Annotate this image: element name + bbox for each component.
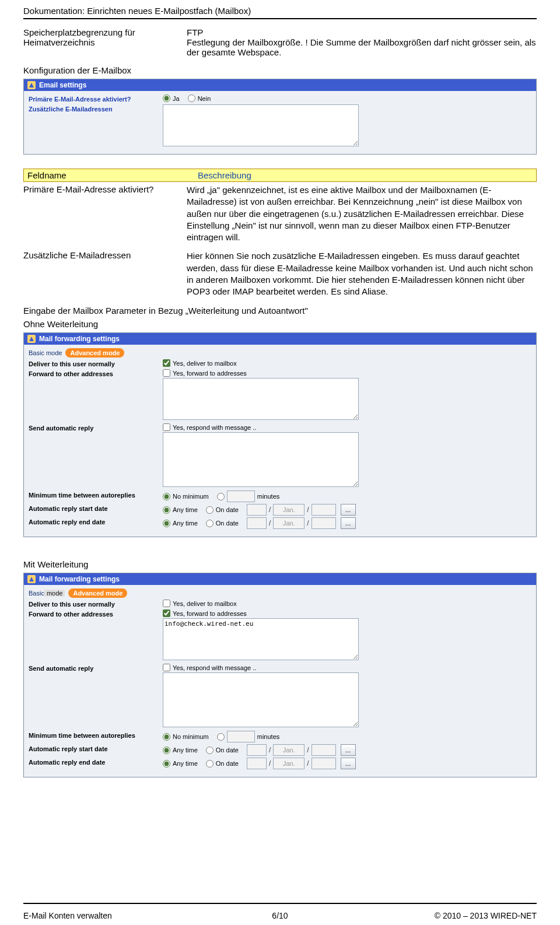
- definition-desc: FTP Festlegung der Mailboxgröße. ! Die S…: [187, 27, 537, 57]
- end-day-input-2[interactable]: [247, 758, 267, 769]
- advanced-mode-pill-2[interactable]: Advanced mode: [68, 588, 127, 598]
- end-year-input[interactable]: [312, 517, 336, 529]
- autoreply-checkbox-2[interactable]: [163, 664, 170, 671]
- mintime-value-input[interactable]: [227, 490, 255, 502]
- end-anytime-radio-2[interactable]: [163, 760, 170, 768]
- start-date-label-2: Automatic reply start date: [29, 744, 163, 752]
- advanced-mode-pill[interactable]: Advanced mode: [65, 348, 124, 358]
- additional-email-textarea[interactable]: [163, 104, 359, 146]
- mintime-nomin-2[interactable]: No minimum: [163, 733, 209, 741]
- mintime-value-input-2[interactable]: [227, 731, 255, 742]
- start-anytime-radio-2[interactable]: [163, 747, 170, 754]
- autoreply-textarea-2[interactable]: [163, 672, 359, 727]
- mintime-label-2: Minimum time between autoreplies: [29, 731, 163, 739]
- start-anytime-radio[interactable]: [163, 506, 170, 514]
- mintime-label: Minimum time between autoreplies: [29, 490, 163, 499]
- end-year-input-2[interactable]: [312, 758, 336, 769]
- section-ohne: Ohne Weiterleitung: [23, 319, 537, 329]
- forward-checkbox[interactable]: [163, 369, 170, 377]
- end-month-select[interactable]: Jan.: [273, 517, 304, 529]
- autoreply-checkbox-label-2: Yes, respond with message ..: [173, 664, 256, 671]
- forward-panel-ohne: Mail forwarding settings Basic mode Adva…: [23, 332, 537, 537]
- start-year-input[interactable]: [312, 504, 336, 516]
- date-sep: /: [307, 759, 309, 768]
- email-settings-title-bar: Email settings: [24, 79, 536, 91]
- start-day-input[interactable]: [247, 504, 267, 516]
- field-table-col2: Beschreibung: [194, 169, 536, 181]
- forward-panel-ohne-title-bar: Mail forwarding settings: [24, 333, 536, 345]
- start-date-picker-button[interactable]: ...: [341, 504, 356, 516]
- start-ondate-2[interactable]: On date: [206, 747, 239, 754]
- end-ondate-label-2: On date: [216, 760, 239, 767]
- desc-row-2-left: Zusätzliche E-Mailadressen: [23, 250, 187, 297]
- start-year-input-2[interactable]: [312, 744, 336, 756]
- end-anytime-2[interactable]: Any time: [163, 760, 198, 768]
- deliver-checkbox[interactable]: [163, 359, 170, 367]
- end-date-picker-button-2[interactable]: ...: [341, 758, 356, 769]
- mintime-unit-2: minutes: [257, 733, 280, 740]
- mintime-custom-2[interactable]: minutes: [217, 731, 280, 742]
- primary-email-no[interactable]: Nein: [188, 94, 211, 102]
- forward-addresses-textarea-2[interactable]: [163, 618, 359, 660]
- deliver-checkbox-label-2: Yes, deliver to mailbox: [173, 600, 237, 607]
- forward-checkbox-2[interactable]: [163, 609, 170, 617]
- autoreply-checkbox-label: Yes, respond with message ..: [173, 424, 256, 431]
- footer-divider: [23, 903, 537, 904]
- desc-row-2-right: Hier können Sie noch zusätzliche E-Maila…: [187, 250, 537, 297]
- start-month-select[interactable]: Jan.: [273, 504, 304, 516]
- end-day-input[interactable]: [247, 517, 267, 529]
- forward-panel-mit: Mail forwarding settings Basic mode Adva…: [23, 573, 537, 777]
- mintime-nomin-radio-2[interactable]: [163, 733, 170, 741]
- primary-email-yes-radio[interactable]: [163, 94, 170, 102]
- start-date-picker-button-2[interactable]: ...: [341, 744, 356, 756]
- footer-center: 6/10: [194, 911, 365, 920]
- end-anytime[interactable]: Any time: [163, 520, 198, 527]
- primary-email-yes[interactable]: Ja: [163, 94, 180, 102]
- panel-icon: [27, 575, 36, 583]
- start-anytime-label-2: Any time: [173, 747, 198, 754]
- primary-email-label: Primäre E-Mail-Adresse aktiviert?: [29, 96, 131, 103]
- mintime-custom-radio-2[interactable]: [217, 733, 225, 741]
- field-table-col1: Feldname: [24, 169, 194, 181]
- primary-email-no-radio[interactable]: [188, 94, 195, 102]
- deliver-label-2: Deliver to this user normally: [29, 600, 163, 608]
- end-ondate[interactable]: On date: [206, 520, 239, 527]
- page-footer: E-Mail Konten verwalten 6/10 © 2010 – 20…: [23, 911, 537, 920]
- start-date-label: Automatic reply start date: [29, 504, 163, 512]
- desc-row-1: Primäre E-Mail-Adresse aktiviert? Wird „…: [23, 184, 537, 243]
- basic-mode-link[interactable]: Basic mode: [29, 349, 62, 356]
- deliver-checkbox-2[interactable]: [163, 600, 170, 607]
- footer-left: E-Mail Konten verwalten: [23, 911, 194, 920]
- date-sep: /: [307, 506, 309, 514]
- mintime-nomin[interactable]: No minimum: [163, 493, 209, 500]
- basic-word[interactable]: Basic: [29, 590, 44, 597]
- primary-email-no-label: Nein: [198, 95, 211, 102]
- start-ondate-label: On date: [216, 506, 239, 513]
- end-ondate-radio-2[interactable]: [206, 760, 214, 768]
- start-day-input-2[interactable]: [247, 744, 267, 756]
- start-anytime[interactable]: Any time: [163, 506, 198, 514]
- start-month-select-2[interactable]: Jan.: [273, 744, 304, 756]
- end-ondate-radio[interactable]: [206, 520, 214, 527]
- end-anytime-label: Any time: [173, 520, 198, 527]
- autoreply-checkbox[interactable]: [163, 423, 170, 431]
- mintime-nomin-label-2: No minimum: [173, 733, 209, 740]
- mintime-custom[interactable]: minutes: [217, 490, 280, 502]
- start-ondate-radio-2[interactable]: [206, 747, 214, 754]
- start-ondate-radio[interactable]: [206, 506, 214, 514]
- deliver-checkbox-label: Yes, deliver to mailbox: [173, 360, 237, 367]
- end-ondate-2[interactable]: On date: [206, 760, 239, 768]
- mintime-nomin-label: No minimum: [173, 493, 209, 500]
- email-settings-title: Email settings: [39, 81, 86, 89]
- start-ondate[interactable]: On date: [206, 506, 239, 514]
- start-anytime-2[interactable]: Any time: [163, 747, 198, 754]
- end-month-select-2[interactable]: Jan.: [273, 758, 304, 769]
- mintime-nomin-radio[interactable]: [163, 493, 170, 500]
- forward-addresses-textarea[interactable]: [163, 378, 359, 420]
- autoreply-textarea[interactable]: [163, 432, 359, 487]
- footer-right: © 2010 – 2013 WIRED-NET: [366, 911, 537, 920]
- end-anytime-radio[interactable]: [163, 520, 170, 527]
- end-date-picker-button[interactable]: ...: [341, 517, 356, 529]
- mintime-custom-radio[interactable]: [217, 493, 225, 500]
- date-sep: /: [269, 506, 271, 514]
